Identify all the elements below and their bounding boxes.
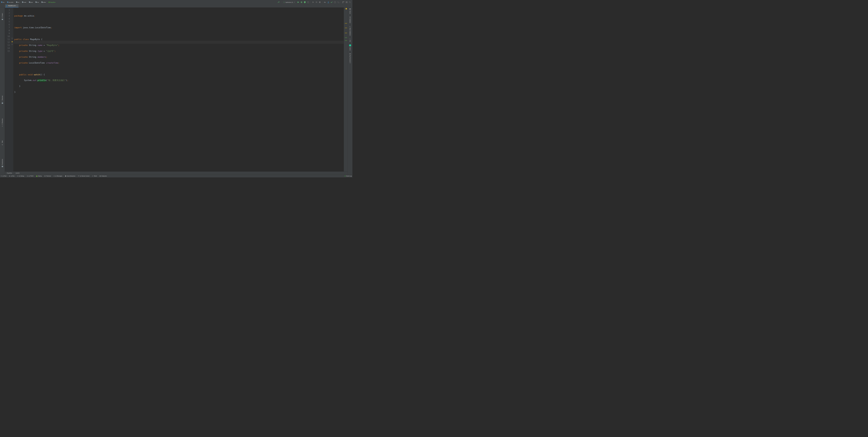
ide-settings-icon[interactable] <box>345 1 348 3</box>
editor-stripe[interactable] <box>344 7 348 171</box>
crumb-src[interactable]: src <box>16 2 20 3</box>
tool-ant[interactable]: 🐜Ant <box>349 38 350 42</box>
svg-rect-3 <box>317 2 317 3</box>
svg-rect-7 <box>343 1 344 2</box>
left-tool-stripe: 1: Project 7: Structure 2: Favorites ★ W… <box>0 7 5 174</box>
crumb-method[interactable]: watch() <box>16 172 20 174</box>
folder-icon <box>29 2 30 3</box>
tab-spring[interactable]: ⬤Spring <box>36 175 42 177</box>
breadcrumbs: foo〉 foo-dudu〉 src〉 main〉 java〉 me〉 wiki… <box>0 1 278 3</box>
crumb-magebyte[interactable]: CMageByte <box>48 2 56 3</box>
tool-project[interactable]: 1: Project <box>2 13 3 18</box>
tab-terminal[interactable]: Terminal <box>44 175 51 177</box>
crumb-me[interactable]: me <box>35 2 39 3</box>
fold-icon[interactable]: – <box>11 38 13 39</box>
svg-point-14 <box>18 176 18 176</box>
tab-magebyte[interactable]: C MageByte.java × <box>5 4 19 7</box>
tool-structure[interactable]: 7: Structure <box>2 96 3 102</box>
tab-todo[interactable]: 6: TODO <box>27 175 33 177</box>
tool-codota[interactable]: Codota <box>349 44 351 51</box>
tab-version-control[interactable]: 9: Version Control <box>78 175 89 177</box>
tab-messages[interactable]: 0: Messages <box>54 175 62 177</box>
branch-icon <box>78 175 80 177</box>
tool-key-promoter[interactable]: ⌨Key Promoter X <box>349 53 351 63</box>
tab-endpoints[interactable]: Endpoints <box>100 175 107 177</box>
svg-point-19 <box>79 175 79 176</box>
run-config-label: Application (1) <box>285 2 293 3</box>
gutter: – – <box>11 7 13 171</box>
svg-rect-9 <box>346 1 347 2</box>
project-structure-icon[interactable] <box>342 1 345 3</box>
bug-icon <box>17 175 19 177</box>
line-numbers: 123456789101112131415 <box>5 7 11 171</box>
run-attached-icon[interactable] <box>312 1 314 3</box>
crumb-wikia[interactable]: wikia <box>41 2 46 3</box>
git-label: Git: <box>324 2 326 3</box>
spring-icon: ⬤ <box>36 175 38 177</box>
toolbar-right: Application (1) ▼ Git: <box>278 1 352 4</box>
tool-web[interactable]: Web <box>2 140 3 143</box>
search-everywhere-icon[interactable] <box>349 1 351 3</box>
svg-rect-6 <box>342 1 343 2</box>
globe-icon <box>100 175 101 177</box>
tab-find[interactable]: 3: Find <box>1 175 6 177</box>
git-history-icon[interactable] <box>334 1 336 3</box>
tool-maven[interactable]: mMaven <box>349 8 351 14</box>
folder-icon <box>41 2 43 3</box>
svg-point-17 <box>78 175 79 176</box>
git-pull-icon[interactable] <box>327 1 330 3</box>
code-editor[interactable]: 123456789101112131415 – – package me.wik… <box>5 7 348 171</box>
run-icon <box>9 175 10 177</box>
run-button[interactable] <box>297 1 300 3</box>
tool-database[interactable]: 🗄Database <box>349 16 351 23</box>
close-icon[interactable]: × <box>17 5 17 6</box>
profile-button[interactable] <box>307 1 309 3</box>
search-icon <box>1 175 2 177</box>
debug-button[interactable] <box>300 1 303 3</box>
svg-point-0 <box>301 2 302 3</box>
project-icon <box>2 19 3 20</box>
run-config-selector[interactable]: Application (1) ▼ <box>283 1 296 4</box>
module-icon <box>1 2 2 3</box>
crumb-foo[interactable]: foo <box>1 2 4 3</box>
svg-rect-16 <box>65 175 66 176</box>
structure-icon <box>2 102 3 104</box>
enterprise-icon <box>65 175 66 177</box>
intention-bulb-icon[interactable] <box>11 40 13 42</box>
git-rollback-icon[interactable] <box>337 1 340 3</box>
svg-rect-2 <box>316 2 316 3</box>
pause-icon[interactable] <box>315 1 318 3</box>
maven-icon: m <box>349 8 351 10</box>
editor-tabs: C MageByte.java × <box>0 4 352 7</box>
tool-favorites[interactable]: 2: Favorites <box>2 119 3 125</box>
fold-icon[interactable]: – <box>11 44 13 45</box>
class-icon: C <box>49 2 50 3</box>
svg-rect-8 <box>342 2 343 3</box>
tool-persistence[interactable]: Persistence <box>2 159 3 165</box>
crumb-foo-dudu[interactable]: foo-dudu <box>7 2 13 3</box>
analysis-indicator[interactable] <box>346 8 347 9</box>
crumb-main[interactable]: main <box>22 2 27 3</box>
code-content[interactable]: package me.wikia; import java.time.Local… <box>13 7 344 171</box>
folder-icon <box>35 2 37 3</box>
breadcrumbs-bottom: MageByte 〉 watch() <box>5 171 348 174</box>
tab-debug[interactable]: 5: Debug <box>17 175 24 177</box>
run-icon <box>284 2 284 3</box>
tab-run[interactable]: 4: Run <box>9 175 14 177</box>
tab-event-log[interactable]: Event Log <box>345 175 352 177</box>
database-icon: 🗄 <box>349 16 350 18</box>
tab-build[interactable]: Build <box>92 175 97 177</box>
crumb-class[interactable]: MageByte <box>7 172 12 174</box>
svg-rect-11 <box>346 3 347 3</box>
bean-icon: ⚙ <box>349 26 350 27</box>
svg-rect-15 <box>44 175 45 176</box>
stop-button[interactable] <box>319 1 321 3</box>
tab-java-enterprise[interactable]: Java Enterprise <box>65 175 75 177</box>
navigation-bar: foo〉 foo-dudu〉 src〉 main〉 java〉 me〉 wiki… <box>0 0 352 4</box>
svg-point-12 <box>349 1 350 2</box>
tool-bean-validation[interactable]: ⚙Bean Validation <box>349 26 351 36</box>
git-commit-icon[interactable] <box>331 1 333 3</box>
hammer-build-icon[interactable] <box>278 1 280 3</box>
crumb-java[interactable]: java <box>29 2 33 3</box>
coverage-button[interactable] <box>304 1 306 3</box>
